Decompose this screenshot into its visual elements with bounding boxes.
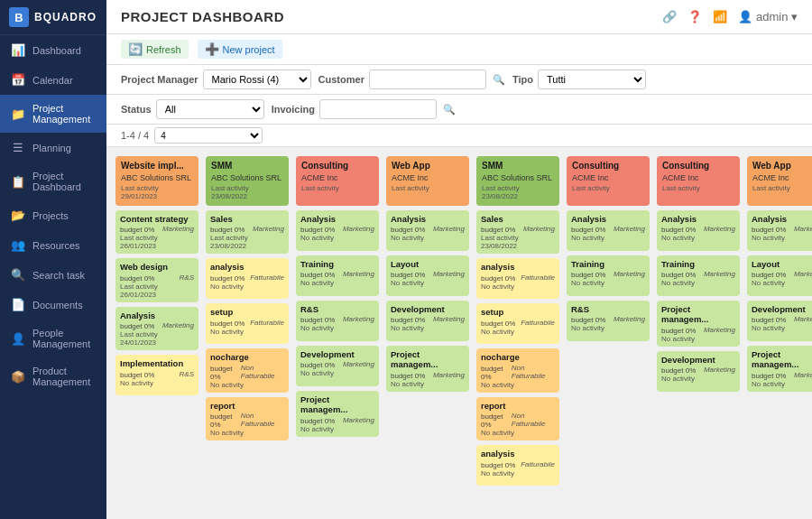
project-header-3[interactable]: Web App ACME Inc Last activity bbox=[386, 156, 469, 206]
task-card-1-4[interactable]: report budget 0% Non Fatturabile No acti… bbox=[206, 397, 289, 440]
task-card-6-3[interactable]: Development budget 0% Marketing No activ… bbox=[657, 351, 740, 392]
project-header-1[interactable]: SMM ABC Solutions SRL Last activity 23/0… bbox=[206, 156, 289, 206]
project-header-7[interactable]: Web App ACME Inc Last activity bbox=[747, 156, 812, 206]
task-card-3-1[interactable]: Layout budget 0% Marketing No activity bbox=[386, 255, 469, 296]
task-card-3-0[interactable]: Analysis budget 0% Marketing No activity bbox=[386, 210, 469, 251]
task-title: Training bbox=[571, 259, 645, 269]
task-card-2-1[interactable]: Training budget 0% Marketing No activity bbox=[296, 255, 379, 296]
refresh-button[interactable]: 🔄 Refresh bbox=[121, 40, 189, 59]
task-card-4-2[interactable]: setup budget 0% Fatturabile No activity bbox=[476, 303, 559, 344]
task-card-0-1[interactable]: Web design budget 0% R&S Last activity 2… bbox=[115, 258, 198, 301]
project-title: Web App bbox=[392, 161, 464, 171]
project-header-2[interactable]: Consulting ACME Inc Last activity bbox=[296, 156, 379, 206]
task-activity: No activity bbox=[661, 234, 735, 242]
task-title: Web design bbox=[120, 262, 194, 272]
project-company: ABC Solutions SRL bbox=[482, 173, 554, 182]
task-card-6-2[interactable]: Project managem... budget 0% Marketing N… bbox=[657, 301, 740, 347]
task-budget: budget 0% bbox=[481, 365, 512, 381]
sidebar-item-project-management[interactable]: 📁 Project Management bbox=[0, 95, 106, 133]
project-company: ACME Inc bbox=[752, 173, 812, 182]
sidebar-item-label: People Management bbox=[32, 328, 96, 349]
task-card-1-0[interactable]: Sales budget 0% Marketing Last activity … bbox=[206, 210, 289, 254]
task-card-5-1[interactable]: Training budget 0% Marketing No activity bbox=[567, 255, 650, 296]
task-activity: Last activity 24/01/2023 bbox=[120, 330, 194, 347]
project-manager-select[interactable]: Mario Rossi (4) bbox=[203, 70, 311, 89]
task-tag: Marketing bbox=[433, 270, 465, 278]
refresh-icon: 🔄 bbox=[128, 42, 143, 56]
task-card-5-2[interactable]: R&S budget 0% Marketing No activity bbox=[567, 301, 650, 341]
task-card-0-0[interactable]: Content strategy budget 0% Marketing Las… bbox=[115, 210, 198, 254]
task-card-4-3[interactable]: nocharge budget 0% Non Fatturabile No ac… bbox=[476, 348, 559, 392]
signal-icon[interactable]: 📶 bbox=[713, 10, 727, 23]
clipboard-icon: 📋 bbox=[11, 175, 25, 189]
sidebar-item-planning[interactable]: ☰ Planning bbox=[0, 133, 106, 162]
project-header-6[interactable]: Consulting ACME Inc Last activity bbox=[657, 156, 740, 206]
task-card-2-4[interactable]: Project managem... budget 0% Marketing N… bbox=[296, 391, 379, 437]
task-card-7-0[interactable]: Analysis budget 0% Marketing No activity bbox=[747, 210, 812, 251]
task-budget: budget 0% bbox=[300, 226, 335, 234]
sidebar-item-documents[interactable]: 📄 Documents bbox=[0, 290, 106, 320]
task-tag: Fatturabile bbox=[521, 273, 555, 282]
task-card-0-2[interactable]: Analysis budget 0% Marketing Last activi… bbox=[115, 307, 198, 350]
sidebar-item-search-task[interactable]: 🔍 Search task bbox=[0, 260, 106, 290]
task-card-0-3[interactable]: Implementation budget 0% R&S No activity bbox=[115, 355, 198, 395]
invoicing-input[interactable] bbox=[319, 99, 437, 119]
task-card-7-1[interactable]: Layout budget 0% Marketing No activity bbox=[747, 255, 812, 296]
user-menu[interactable]: 👤 admin ▾ bbox=[738, 10, 798, 23]
task-card-6-0[interactable]: Analysis budget 0% Marketing No activity bbox=[657, 210, 740, 251]
task-tag: Marketing bbox=[614, 270, 645, 278]
task-activity: Last activity 23/08/2022 bbox=[210, 234, 284, 250]
task-card-7-3[interactable]: Project managem... budget 0% Marketing N… bbox=[747, 346, 812, 392]
sidebar-item-people[interactable]: 👤 People Management bbox=[0, 320, 106, 357]
task-activity: Last activity 26/01/2023 bbox=[120, 283, 194, 299]
task-card-1-1[interactable]: analysis budget 0% Fatturabile No activi… bbox=[206, 258, 289, 299]
task-tag: Marketing bbox=[704, 270, 735, 278]
task-card-4-1[interactable]: analysis budget 0% Fatturabile No activi… bbox=[476, 258, 559, 299]
people-icon: 👤 bbox=[11, 332, 25, 346]
task-card-2-2[interactable]: R&S budget 0% Marketing No activity bbox=[296, 301, 379, 341]
project-company: ACME Inc bbox=[301, 173, 374, 182]
task-card-2-3[interactable]: Development budget 0% Marketing No activ… bbox=[296, 346, 379, 386]
main-content: PROJECT DASHBOARD 🔗 ❓ 📶 👤 admin ▾ 🔄 Refr… bbox=[106, 0, 812, 519]
task-card-3-2[interactable]: Development budget 0% Marketing No activ… bbox=[386, 301, 469, 341]
task-card-3-3[interactable]: Project managem... budget 0% Marketing N… bbox=[386, 346, 469, 392]
task-activity: No activity bbox=[752, 380, 812, 388]
project-header-5[interactable]: Consulting ACME Inc Last activity bbox=[567, 156, 650, 206]
project-header-4[interactable]: SMM ABC Solutions SRL Last activity 23/0… bbox=[476, 156, 559, 206]
task-title: setup bbox=[210, 307, 284, 317]
sidebar-item-resources[interactable]: 👥 Resources bbox=[0, 230, 106, 260]
project-column-1: SMM ABC Solutions SRL Last activity 23/0… bbox=[206, 156, 289, 486]
project-header-0[interactable]: Website impl... ABC Solutions SRL Last a… bbox=[115, 156, 198, 206]
customer-input[interactable] bbox=[369, 70, 486, 89]
task-card-5-0[interactable]: Analysis budget 0% Marketing No activity bbox=[567, 210, 650, 251]
task-activity: No activity bbox=[210, 381, 284, 389]
task-activity: No activity bbox=[752, 324, 812, 332]
task-card-1-2[interactable]: setup budget 0% Fatturabile No activity bbox=[206, 303, 289, 344]
sidebar-item-calendar[interactable]: 📅 Calendar bbox=[0, 65, 106, 95]
help-icon[interactable]: ❓ bbox=[687, 10, 702, 23]
tipo-select[interactable]: Tutti bbox=[538, 70, 646, 89]
sidebar-item-dashboard[interactable]: 📊 Dashboard bbox=[0, 35, 106, 65]
task-card-7-2[interactable]: Development budget 0% Marketing No activ… bbox=[747, 301, 812, 341]
dashboard-content: Website impl... ABC Solutions SRL Last a… bbox=[106, 147, 812, 519]
new-project-button[interactable]: ➕ New project bbox=[198, 40, 282, 59]
status-select[interactable]: All bbox=[156, 99, 264, 119]
task-card-4-4[interactable]: report budget 0% Non Fatturabile No acti… bbox=[476, 397, 559, 440]
task-card-2-0[interactable]: Analysis budget 0% Marketing No activity bbox=[296, 210, 379, 251]
per-page-select[interactable]: 4 bbox=[154, 127, 263, 144]
task-budget: budget 0% bbox=[661, 327, 696, 335]
link-icon[interactable]: 🔗 bbox=[662, 10, 677, 23]
sidebar-item-projects[interactable]: 📂 Projects bbox=[0, 200, 106, 230]
task-card-1-3[interactable]: nocharge budget 0% Non Fatturabile No ac… bbox=[206, 348, 289, 392]
task-activity: No activity bbox=[752, 279, 812, 287]
sidebar-item-product[interactable]: 📦 Product Management bbox=[0, 357, 106, 395]
task-card-4-0[interactable]: Sales budget 0% Marketing Last activity … bbox=[476, 210, 559, 254]
task-card-6-1[interactable]: Training budget 0% Marketing No activity bbox=[657, 255, 740, 296]
task-budget: budget 0% bbox=[391, 271, 425, 279]
status-label: Status bbox=[121, 104, 152, 115]
sidebar-item-project-dashboard[interactable]: 📋 Project Dashboard bbox=[0, 162, 106, 200]
task-card-4-5[interactable]: analysis budget 0% Fatturabile No activi… bbox=[476, 445, 559, 486]
count-row: 1-4 / 4 4 bbox=[106, 125, 812, 147]
search-icon: 🔍 bbox=[11, 268, 25, 282]
task-tag: Marketing bbox=[343, 315, 374, 323]
